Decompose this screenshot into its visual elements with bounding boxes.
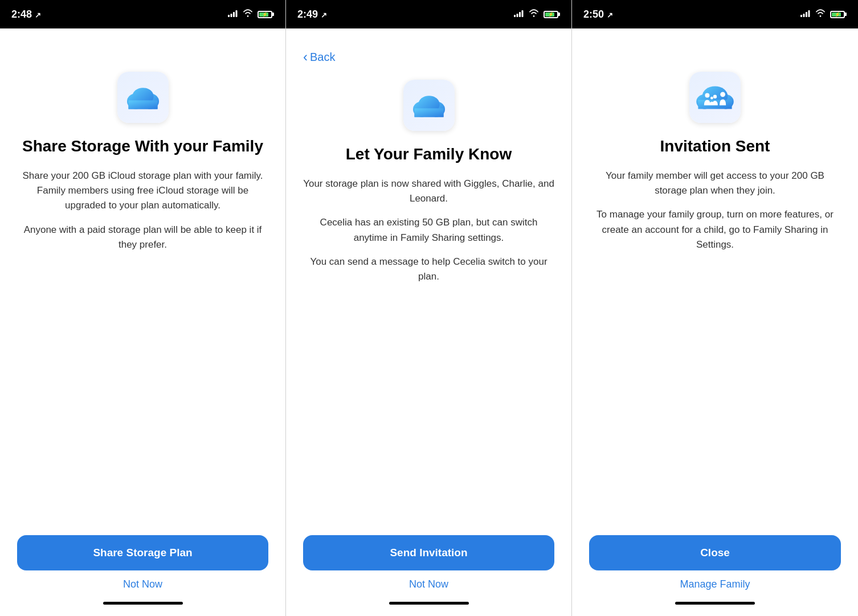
bottom-area: Send InvitationNot Now [303,535,554,616]
svg-rect-18 [800,15,802,17]
wifi-icon [529,9,539,19]
home-indicator [389,602,469,605]
svg-rect-12 [522,10,524,17]
wifi-icon [243,9,253,19]
svg-rect-21 [808,10,810,17]
signal-icon [514,9,524,19]
svg-rect-3 [236,10,238,17]
app-icon-container [117,72,169,123]
screen-content: ‹ Back Let Your Family KnowYour storage … [286,42,571,616]
app-icon-container [403,80,455,131]
screen-content: Share Storage With your FamilyShare your… [0,42,285,616]
phone-panel-3: 2:50 ↗ ⚡ [572,0,858,616]
screen-content: Invitation SentYour family member will g… [572,42,858,616]
svg-rect-8 [128,101,157,109]
secondary-link-button[interactable]: Manage Family [680,578,750,590]
svg-rect-20 [806,12,807,17]
svg-point-26 [705,93,709,97]
top-edge [572,28,858,42]
bottom-area: Share Storage PlanNot Now [17,535,268,616]
screen-title: Share Storage With your Family [22,137,263,156]
secondary-link-button[interactable]: Not Now [409,578,448,590]
battery-icon: ⚡ [830,11,847,18]
status-icons: ⚡ [514,9,560,19]
body-paragraph-1: Share your 200 GB iCloud storage plan wi… [17,169,268,213]
status-bar: 2:49 ↗ ⚡ [286,0,571,28]
screen-title: Invitation Sent [660,137,770,156]
home-indicator [103,602,183,605]
back-chevron-icon: ‹ [303,49,308,65]
phone-panel-1: 2:48 ↗ ⚡ Share Storage With your FamilyS… [0,0,286,616]
status-bar: 2:48 ↗ ⚡ [0,0,285,28]
svg-rect-0 [228,15,230,17]
body-paragraph-2: Cecelia has an existing 50 GB plan, but … [303,215,554,245]
bottom-area: CloseManage Family [589,535,841,616]
battery-icon: ⚡ [544,11,560,18]
battery-icon: ⚡ [258,11,274,18]
status-icons: ⚡ [800,9,847,19]
svg-rect-2 [233,12,235,17]
status-bar: 2:50 ↗ ⚡ [572,0,858,28]
wifi-icon [815,9,826,19]
home-indicator [675,602,755,605]
signal-icon [800,9,811,19]
cloud-icon [124,83,162,112]
svg-rect-17 [414,109,443,117]
back-label: Back [310,51,335,64]
svg-point-28 [713,95,717,98]
status-icons: ⚡ [228,9,274,19]
svg-point-27 [720,92,725,97]
svg-rect-1 [231,14,232,17]
body-paragraph-1: Your storage plan is now shared with Gig… [303,176,554,207]
family-sharing-icon [694,81,736,113]
primary-button[interactable]: Share Storage Plan [17,535,268,570]
back-button[interactable]: ‹ Back [303,49,335,65]
svg-point-29 [710,97,713,100]
body-paragraph-2: To manage your family group, turn on mor… [589,207,841,252]
svg-rect-19 [803,14,805,17]
cloud-icon [410,91,448,120]
body-paragraph-3: You can send a message to help Cecelia s… [303,254,554,285]
svg-rect-11 [519,12,521,17]
secondary-link-button[interactable]: Not Now [123,578,162,590]
screen-title: Let Your Family Know [346,145,512,164]
status-time: 2:50 ↗ [583,9,613,20]
status-time: 2:49 ↗ [297,9,327,20]
svg-rect-9 [514,15,516,17]
primary-button[interactable]: Send Invitation [303,535,554,570]
body-paragraph-2: Anyone with a paid storage plan will be … [17,223,268,253]
top-edge [0,28,285,42]
primary-button[interactable]: Close [589,535,841,570]
status-time: 2:48 ↗ [11,9,41,20]
phone-panel-2: 2:49 ↗ ⚡ ‹ Back Let Your F [286,0,572,616]
body-paragraph-1: Your family member will get access to yo… [589,169,841,199]
top-edge [286,28,571,42]
svg-rect-10 [517,14,518,17]
signal-icon [228,9,238,19]
app-icon-container [689,72,741,123]
